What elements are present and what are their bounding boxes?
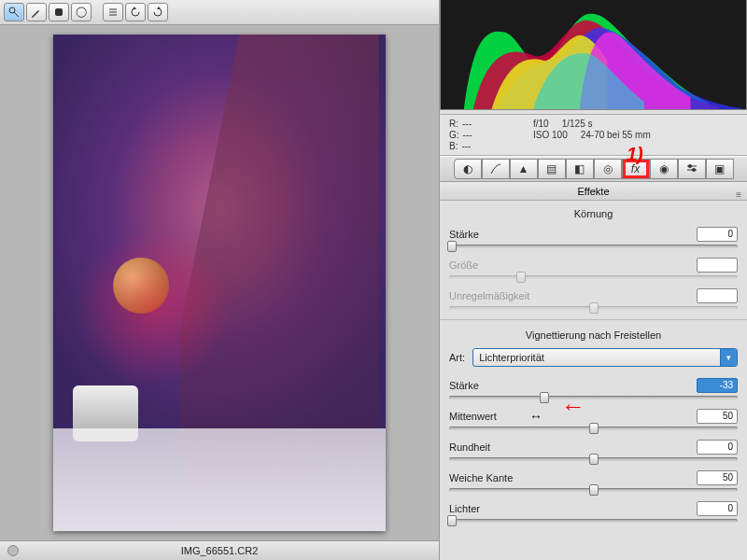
vignette-feather-slider[interactable] (449, 488, 738, 492)
r-value: --- (462, 119, 472, 129)
grain-amount-slider[interactable] (449, 245, 738, 248)
vignette-highlights-row: Lichter 0 (449, 501, 738, 523)
b-value: --- (461, 141, 471, 151)
grain-size-value (697, 258, 738, 273)
grain-amount-value[interactable]: 0 (697, 227, 738, 242)
svg-line-1 (14, 12, 19, 17)
shutter-value: 1/125 s (562, 119, 593, 129)
vignette-section-title: Vignettierung nach Freistellen (449, 329, 738, 341)
tab-presets[interactable]: ▣ (706, 159, 734, 179)
grain-section-title: Körnung (449, 208, 738, 219)
filename-bar: IMG_66551.CR2 (0, 540, 439, 560)
preview-toolbar: ◯ (0, 0, 439, 25)
preview-tool-4[interactable] (103, 3, 123, 21)
svg-marker-6 (133, 7, 136, 9)
tab-grayscale[interactable]: ▤ (538, 159, 566, 179)
vignette-highlights-value[interactable]: 0 (697, 501, 738, 516)
vignette-amount-row: Stärke -33 (449, 378, 738, 399)
vignette-midpoint-row: ← ↔ Mittenwert 50 (449, 409, 738, 430)
grain-size-slider (449, 275, 738, 279)
preview-tool-1[interactable] (26, 3, 47, 21)
tab-tone-curve[interactable] (482, 159, 510, 179)
effects-panel: Körnung Stärke 0 Größe Unregelmäßigkeit … (440, 201, 747, 560)
annotation-callout: 1) (627, 144, 643, 165)
vignette-midpoint-value[interactable]: 50 (697, 409, 738, 424)
grain-rough-slider (449, 306, 738, 310)
svg-rect-2 (55, 8, 63, 16)
aperture-value: f/10 (533, 119, 549, 129)
svg-point-11 (692, 168, 696, 172)
vignette-feather-row: Weiche Kante 50 (449, 470, 738, 492)
tab-sliders[interactable] (678, 159, 706, 179)
preview-tool-0[interactable] (4, 3, 24, 21)
vignette-midpoint-label: Mittenwert (449, 411, 497, 422)
image-viewer[interactable] (0, 25, 439, 540)
vignette-style-value: Lichterpriorität (479, 352, 544, 363)
panel-title: Effekte (577, 186, 609, 197)
tab-lens[interactable]: ◎ (594, 159, 622, 179)
vignette-style-label: Art: (449, 352, 465, 363)
iso-value: ISO 100 (533, 130, 568, 140)
histogram[interactable] (440, 0, 747, 110)
preview-tool-2[interactable] (49, 3, 69, 21)
grain-amount-label: Stärke (449, 229, 479, 240)
vignette-feather-label: Weiche Kante (449, 472, 513, 483)
b-label: B: (449, 141, 458, 151)
vignette-amount-slider[interactable] (449, 396, 738, 399)
preview-tool-5[interactable] (125, 3, 146, 21)
chevron-down-icon: ▾ (720, 349, 737, 366)
g-label: G: (449, 130, 459, 140)
preview-tool-3[interactable]: ◯ (71, 3, 92, 21)
vignette-feather-value[interactable]: 50 (697, 470, 738, 485)
panel-tabs: ◐ ▲ ▤ ◧ ◎ fx ◉ ▣ 1) (440, 156, 747, 182)
svg-point-10 (688, 164, 692, 168)
grain-size-row: Größe (449, 258, 738, 279)
grain-rough-row: Unregelmäßigkeit (449, 288, 738, 310)
vignette-roundness-label: Rundheit (449, 441, 490, 453)
vignette-highlights-slider[interactable] (449, 519, 738, 523)
panel-title-bar: Effekte ≡ (440, 182, 747, 201)
grain-rough-label: Unregelmäßigkeit (449, 290, 529, 301)
preview-image (53, 35, 386, 531)
tab-target[interactable]: ◉ (650, 159, 678, 179)
preview-pane: ◯ IMG_66551.CR2 (0, 0, 439, 560)
tab-aperture[interactable]: ◐ (454, 159, 482, 179)
r-label: R: (449, 119, 458, 129)
vignette-roundness-slider[interactable] (449, 457, 738, 461)
svg-marker-7 (157, 7, 161, 9)
vignette-highlights-label: Lichter (449, 503, 480, 514)
exif-info: R:--- G:--- B:--- f/101/125 s ISO 10024-… (440, 114, 747, 156)
vignette-amount-value[interactable]: -33 (697, 378, 738, 393)
vignette-amount-label: Stärke (449, 380, 479, 391)
vignette-roundness-row: Rundheit 0 (449, 440, 738, 461)
g-value: --- (463, 130, 472, 140)
tab-split[interactable]: ◧ (566, 159, 594, 179)
filmstrip-toggle[interactable] (7, 545, 19, 556)
preview-tool-6[interactable] (148, 3, 168, 21)
develop-panel: R:--- G:--- B:--- f/101/125 s ISO 10024-… (439, 0, 747, 560)
grain-rough-value (697, 288, 738, 303)
tab-triangle[interactable]: ▲ (510, 159, 538, 179)
grain-amount-row: Stärke 0 (449, 227, 738, 248)
vignette-midpoint-slider[interactable] (449, 427, 738, 430)
filename-text: IMG_66551.CR2 (181, 545, 259, 556)
vignette-style-select[interactable]: Lichterpriorität ▾ (472, 348, 738, 367)
vignette-style-row: Art: Lichterpriorität ▾ (449, 348, 738, 367)
grain-size-label: Größe (449, 259, 478, 271)
lens-value: 24-70 bei 55 mm (581, 130, 651, 140)
vignette-roundness-value[interactable]: 0 (697, 440, 738, 455)
